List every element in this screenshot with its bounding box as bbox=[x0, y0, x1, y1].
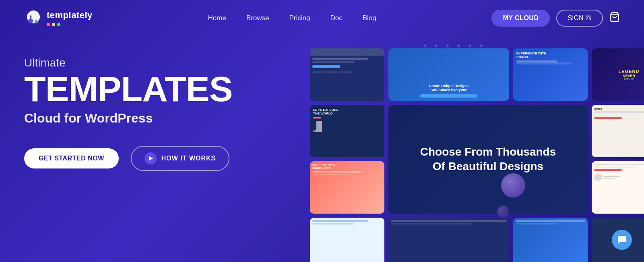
template-card-4[interactable]: LEGEND NEVER GIE-UP bbox=[592, 48, 644, 101]
template-card-6[interactable]: Share bbox=[592, 105, 644, 157]
hero-right: Create Unique DesignsAnd Amaze Everyone … bbox=[286, 48, 644, 258]
chat-bubble[interactable] bbox=[612, 230, 632, 250]
template-card-7[interactable]: Share Your StoryInspire Others bbox=[310, 161, 384, 214]
sphere-small bbox=[497, 206, 509, 218]
nav-links: Home Browse Pricing Doc Blog bbox=[208, 14, 376, 22]
big-card-text: Choose From Thousands Of Beautiful Desig… bbox=[420, 145, 556, 174]
big-card-overlay: Choose From Thousands Of Beautiful Desig… bbox=[388, 105, 588, 214]
sign-in-button[interactable]: SIGN IN bbox=[556, 10, 603, 27]
svg-point-2 bbox=[35, 20, 38, 23]
hero-section: Ultimate TEMPLATES Cloud for WordPress G… bbox=[0, 36, 644, 258]
logo-dot-yellow bbox=[52, 23, 55, 26]
sphere-purple bbox=[501, 173, 525, 198]
nav-doc[interactable]: Doc bbox=[330, 14, 342, 22]
navbar: t templately Home Browse Pricing Doc Blo… bbox=[0, 0, 644, 36]
template-card-big[interactable]: Choose From Thousands Of Beautiful Desig… bbox=[388, 105, 588, 214]
how-it-works-button[interactable]: HOW IT WORKS bbox=[131, 146, 230, 171]
hero-subtitle: Ultimate bbox=[24, 56, 286, 69]
hero-desc: Cloud for WordPress bbox=[24, 111, 286, 126]
play-button-icon bbox=[144, 152, 157, 164]
big-card-line1: Choose From Thousands bbox=[420, 145, 556, 159]
template-card-9[interactable] bbox=[310, 218, 384, 262]
template-card-1[interactable] bbox=[310, 48, 384, 101]
template-grid: Create Unique DesignsAnd Amaze Everyone … bbox=[310, 48, 644, 262]
template-card-8[interactable] bbox=[592, 161, 644, 214]
nav-blog[interactable]: Blog bbox=[363, 14, 376, 22]
nav-home[interactable]: Home bbox=[208, 14, 226, 22]
template-card-5[interactable]: LET'S EXPLORETHE WORLD bbox=[310, 105, 384, 157]
template-card-11[interactable] bbox=[513, 218, 588, 262]
brand-name: templately bbox=[47, 10, 93, 21]
page-wrapper: t templately Home Browse Pricing Doc Blo… bbox=[0, 0, 644, 262]
logo-dot-green bbox=[57, 23, 60, 26]
template-card-2[interactable]: Create Unique DesignsAnd Amaze Everyone bbox=[388, 48, 509, 101]
nav-browse[interactable]: Browse bbox=[246, 14, 269, 22]
nav-actions: MY CLOUD SIGN IN bbox=[491, 10, 620, 27]
my-cloud-button[interactable]: MY CLOUD bbox=[491, 10, 550, 27]
svg-text:t: t bbox=[30, 14, 32, 21]
logo-icon: t bbox=[24, 9, 43, 27]
nav-pricing[interactable]: Pricing bbox=[289, 14, 310, 22]
get-started-button[interactable]: GET STARTED NOW bbox=[24, 148, 119, 168]
logo-dot-red bbox=[47, 23, 50, 26]
hero-buttons: GET STARTED NOW HOW IT WORKS bbox=[24, 146, 286, 171]
big-card-line2: Of Beautiful Designs bbox=[420, 159, 556, 174]
hero-left: Ultimate TEMPLATES Cloud for WordPress G… bbox=[24, 48, 286, 171]
play-triangle bbox=[149, 156, 153, 161]
hero-title: TEMPLATES bbox=[24, 71, 286, 107]
template-card-3[interactable]: EXPERIENCE WITHBRAND... bbox=[513, 48, 588, 101]
template-card-10[interactable] bbox=[388, 218, 509, 262]
how-it-works-label: HOW IT WORKS bbox=[161, 155, 216, 162]
logo[interactable]: t templately bbox=[24, 9, 93, 27]
logo-wrapper: templately bbox=[47, 10, 93, 26]
logo-dots bbox=[47, 23, 93, 26]
cart-icon[interactable] bbox=[609, 12, 620, 25]
